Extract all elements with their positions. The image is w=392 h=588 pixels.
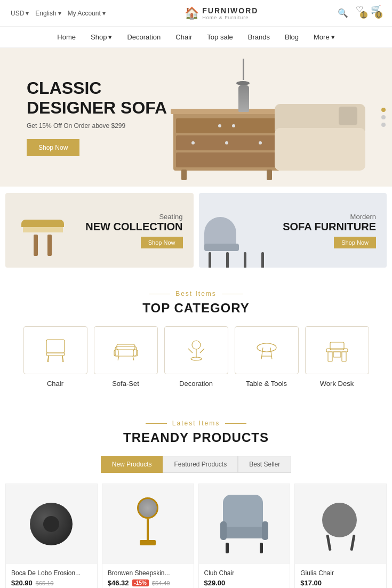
giulia-leg-right bbox=[350, 535, 355, 551]
main-nav: Home Shop ▾ Decoration Chair Top sale Br… bbox=[0, 27, 392, 48]
svg-line-18 bbox=[261, 348, 263, 359]
nav-home[interactable]: Home bbox=[57, 33, 76, 41]
hero-dot-3[interactable] bbox=[381, 123, 386, 127]
cat-banner-seating-btn[interactable]: Shop Now bbox=[141, 237, 183, 248]
top-category-header: Best Items TOP CATEGORY bbox=[11, 274, 381, 326]
cat-banner-seating-sub: Seating bbox=[85, 213, 182, 221]
nav-blog[interactable]: Blog bbox=[285, 33, 299, 41]
product-info-4: Giulia Chair $17.00 ★★★★★ bbox=[295, 564, 386, 588]
category-label-table: Table & Tools bbox=[235, 380, 299, 388]
category-icon-box-table bbox=[235, 326, 299, 374]
chair-back bbox=[204, 217, 236, 246]
logo-icon: 🏠 bbox=[185, 6, 199, 20]
vase-stem bbox=[243, 59, 244, 80]
giulia-leg-left bbox=[326, 535, 331, 551]
nav-decoration[interactable]: Decoration bbox=[127, 33, 161, 41]
product-tabs: New Products Featured Products Best Sell… bbox=[5, 456, 387, 473]
tab-featured[interactable]: Featured Products bbox=[163, 456, 238, 473]
product-info-3: Club Chair $29.00 ★★★★★ bbox=[199, 564, 290, 588]
cat-banner-seating-main: NEW COLLECTION bbox=[85, 221, 182, 232]
cart-badge: 0 bbox=[375, 11, 382, 19]
cat-banner-sofa: Mordern SOFA FURNITURE Shop Now bbox=[199, 193, 387, 268]
svg-rect-1 bbox=[46, 353, 65, 356]
cat-banner-sofa-btn[interactable]: Shop Now bbox=[334, 237, 376, 248]
category-item-table[interactable]: Table & Tools bbox=[235, 326, 299, 388]
product-name-2: Bronwen Sheepskin... bbox=[108, 569, 188, 577]
vase bbox=[237, 59, 250, 112]
category-icon-box-decoration bbox=[164, 326, 228, 374]
logo-text: FURNIWORD bbox=[202, 6, 258, 15]
svg-line-19 bbox=[270, 348, 272, 359]
category-item-sofa[interactable]: Sofa-Set bbox=[94, 326, 158, 388]
product-card-4[interactable]: Giulia Chair $17.00 ★★★★★ bbox=[294, 484, 387, 588]
lamp-head bbox=[137, 497, 158, 519]
product-card-3[interactable]: Club Chair $29.00 ★★★★★ bbox=[198, 484, 291, 588]
logo[interactable]: 🏠 FURNIWORD Home & Furniture bbox=[185, 6, 258, 20]
logo-sub: Home & Furniture bbox=[202, 15, 258, 20]
category-item-chair[interactable]: Chair bbox=[23, 326, 87, 388]
hero-banner: CLASSIC DESIGNER SOFA Get 15% Off On Ord… bbox=[0, 48, 392, 187]
bowl-image bbox=[30, 503, 73, 545]
cart-icon[interactable]: 🛒 0 bbox=[371, 4, 381, 22]
nav-topsale[interactable]: Top sale bbox=[207, 33, 233, 41]
category-item-decoration[interactable]: Decoration bbox=[164, 326, 228, 388]
stool-body bbox=[34, 235, 52, 256]
decoration-icon bbox=[183, 337, 210, 364]
currency-selector[interactable]: USD ▾ bbox=[11, 10, 29, 17]
nav-shop[interactable]: Shop ▾ bbox=[91, 33, 112, 41]
armchair-image bbox=[220, 495, 268, 553]
cat-banner-sofa-sub: Mordern bbox=[283, 213, 376, 221]
product-name-4: Giulia Chair bbox=[300, 569, 381, 577]
product-image-1 bbox=[6, 484, 97, 564]
category-label-sofa: Sofa-Set bbox=[94, 380, 158, 388]
lamp-image bbox=[134, 497, 161, 551]
svg-rect-7 bbox=[114, 350, 118, 356]
nav-more[interactable]: More ▾ bbox=[314, 33, 335, 41]
armchair-seat bbox=[220, 527, 266, 538]
lamp-stem bbox=[147, 519, 149, 540]
hero-dot-1[interactable] bbox=[381, 108, 386, 112]
product-card-2[interactable]: Bronwen Sheepskin... $46.32 -15% $54.49 … bbox=[102, 484, 194, 588]
chair-seat bbox=[204, 244, 239, 251]
category-item-desk[interactable]: Work Desk bbox=[305, 326, 369, 388]
tab-bestseller[interactable]: Best Seller bbox=[238, 456, 291, 473]
top-bar-right: 🔍 ♡ 1 🛒 0 bbox=[338, 4, 381, 22]
vase-rim bbox=[236, 81, 250, 85]
hero-shop-button[interactable]: Shop Now bbox=[27, 139, 79, 156]
nav-brands[interactable]: Brands bbox=[248, 33, 270, 41]
wishlist-icon[interactable]: ♡ 1 bbox=[356, 4, 363, 22]
svg-line-15 bbox=[200, 349, 204, 353]
language-selector[interactable]: English ▾ bbox=[35, 10, 61, 17]
lamp-base bbox=[140, 540, 156, 545]
armchair-arm-right bbox=[262, 521, 268, 540]
svg-rect-0 bbox=[46, 340, 65, 353]
dresser-leg-right bbox=[267, 170, 272, 180]
category-grid: Chair Sofa-Set bbox=[11, 326, 381, 388]
search-icon[interactable]: 🔍 bbox=[338, 8, 348, 18]
chair-icon bbox=[42, 337, 69, 364]
table-icon bbox=[253, 337, 280, 364]
drawer-knob bbox=[225, 141, 228, 144]
chair-image bbox=[204, 217, 268, 268]
category-banners: Seating NEW COLLECTION Shop Now Mordern … bbox=[0, 187, 392, 274]
hero-dot-2[interactable] bbox=[381, 115, 386, 119]
account-menu[interactable]: My Account ▾ bbox=[68, 10, 106, 17]
chair-legs bbox=[204, 252, 268, 268]
stool-leg bbox=[47, 235, 52, 256]
svg-line-10 bbox=[118, 356, 119, 360]
drawer-knob bbox=[259, 141, 262, 144]
top-category-section: Best Items TOP CATEGORY Chair bbox=[0, 274, 392, 404]
product-name-3: Club Chair bbox=[204, 569, 285, 577]
svg-point-12 bbox=[192, 341, 201, 349]
tab-new-products[interactable]: New Products bbox=[101, 456, 163, 473]
product-card-1[interactable]: Boca De Lobo Erosion... $20.90 $65.10 ★★… bbox=[5, 484, 98, 588]
top-bar-left: USD ▾ English ▾ My Account ▾ bbox=[11, 10, 106, 17]
svg-line-14 bbox=[188, 349, 193, 353]
cat-banner-sofa-img bbox=[204, 209, 268, 268]
cat-banner-seating: Seating NEW COLLECTION Shop Now bbox=[5, 193, 194, 268]
product-image-3 bbox=[199, 484, 290, 564]
top-category-title: TOP CATEGORY bbox=[11, 301, 381, 316]
hero-title: CLASSIC DESIGNER SOFA bbox=[27, 78, 167, 118]
nav-chair[interactable]: Chair bbox=[175, 33, 192, 41]
svg-rect-9 bbox=[117, 344, 135, 350]
